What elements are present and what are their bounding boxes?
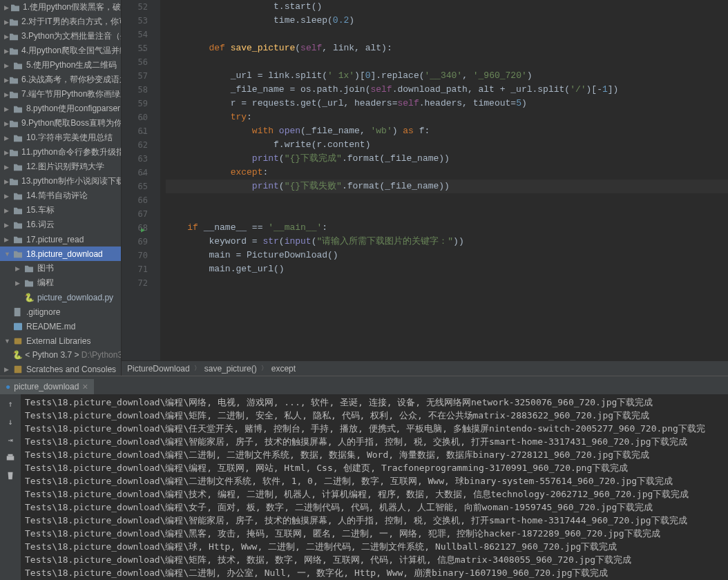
gutter-line[interactable]: 69 xyxy=(122,235,148,249)
clear-icon[interactable] xyxy=(5,470,16,481)
code-line[interactable]: with open(_file_name, 'wb') as f: xyxy=(166,124,728,138)
gutter-line[interactable]: 59 xyxy=(122,97,148,110)
code-line[interactable]: print("{}下载完成".format(_file_name)) xyxy=(166,152,728,166)
tree-item-9[interactable]: ▶10.字符串完美使用总结 xyxy=(0,130,121,145)
run-tab-label: picture_download xyxy=(14,382,79,392)
gutter-line[interactable]: 57 xyxy=(122,69,148,83)
breadcrumb[interactable]: PictureDownload 〉 save_picture() 〉 excep… xyxy=(122,360,728,376)
gutter-line[interactable]: 55− xyxy=(122,41,148,55)
gutter-line[interactable]: 67 xyxy=(122,207,148,221)
code-line[interactable]: try: xyxy=(166,110,728,124)
code-line[interactable] xyxy=(166,276,728,290)
tree-item-0[interactable]: ▶1.使用python假装黑客，破 xyxy=(0,0,121,14)
project-tree[interactable]: ▶1.使用python假装黑客，破▶2.对于IT男的表白方式，你可▶3.Pyth… xyxy=(0,0,122,376)
code-line[interactable] xyxy=(166,28,728,41)
gutter-line[interactable]: 72 xyxy=(122,276,148,290)
code-line[interactable] xyxy=(166,55,728,69)
code-line[interactable]: main = PictureDownload() xyxy=(166,249,728,262)
code-line[interactable]: keyword = str(input("请输入所需下载图片的关键字：")) xyxy=(166,235,728,249)
code-line[interactable] xyxy=(166,193,728,207)
gutter-line[interactable]: 54 xyxy=(122,28,148,41)
console-line: Tests\18.picture_download\编程\编程, 互联网, 网站… xyxy=(25,461,724,474)
tree-item-17[interactable]: ▼18.picture_download xyxy=(0,246,121,261)
gutter-line[interactable]: 63 xyxy=(122,152,148,166)
tree-item-5[interactable]: ▶6.决战高考，帮你秒变成语之 xyxy=(0,72,121,87)
tree-item-2[interactable]: ▶3.Python为文档批量注音（生 xyxy=(0,29,121,44)
print-icon[interactable] xyxy=(5,452,16,463)
gutter[interactable]: 52535455−5657585960−61−626364−65666768▶6… xyxy=(122,0,160,360)
code-line[interactable]: if __name__ == '__main__': xyxy=(166,221,728,235)
scroll-down-icon[interactable]: ↓ xyxy=(5,416,16,427)
gutter-line[interactable]: 66 xyxy=(122,193,148,207)
code-line[interactable]: r = requests.get(_url, headers=self.head… xyxy=(166,97,728,110)
run-panel: ● picture_download × ↑ ↓ ⇥ Tests\18.pict… xyxy=(0,376,728,580)
tree-item-11[interactable]: ▶12.图片识别野鸡大学 xyxy=(0,160,121,174)
scratches[interactable]: ▶ Scratches and Consoles xyxy=(0,362,121,376)
folder-icon xyxy=(9,119,19,128)
tree-item-8[interactable]: ▶9.Python爬取Boss直聘为你 xyxy=(0,116,121,130)
editor[interactable]: 52535455−5657585960−61−626364−65666768▶6… xyxy=(122,0,728,376)
tree-item-20[interactable]: 🐍picture_download.py xyxy=(0,290,121,304)
gutter-line[interactable]: 71 xyxy=(122,262,148,276)
code-line[interactable]: _file_name = os.path.join(self.download_… xyxy=(166,83,728,97)
gutter-line[interactable]: 64− xyxy=(122,166,148,180)
tree-item-3[interactable]: ▶4.用python爬取全国气温并绘 xyxy=(0,44,121,58)
gutter-line[interactable]: 68▶ xyxy=(122,221,148,235)
tree-item-14[interactable]: ▶15.车标 xyxy=(0,203,121,218)
gutter-line[interactable]: 58 xyxy=(122,83,148,97)
tree-item-6[interactable]: ▶7.端午节用Python教你画绿豆 xyxy=(0,87,121,102)
tree-item-4[interactable]: ▶5.使用Python生成二维码 xyxy=(0,58,121,72)
code-line[interactable]: _url = link.split(' 1x')[0].replace('__3… xyxy=(166,69,728,83)
gutter-line[interactable]: 52 xyxy=(122,0,148,14)
code-area[interactable]: t.start() time.sleep(0.2) def save_pictu… xyxy=(160,0,728,360)
code-line[interactable]: main.get_url() xyxy=(166,262,728,276)
code-line[interactable]: time.sleep(0.2) xyxy=(166,14,728,28)
tree-item-13[interactable]: ▶14.简书自动评论 xyxy=(0,188,121,203)
tree-item-22[interactable]: README.md xyxy=(0,319,121,334)
gutter-line[interactable]: 65 xyxy=(122,180,148,193)
svg-rect-5 xyxy=(8,454,13,456)
tree-item-label: picture_download.py xyxy=(37,293,113,302)
tree-item-12[interactable]: ▶13.python制作小说阅读下载 xyxy=(0,174,121,188)
tree-item-16[interactable]: ▶17.picture_read xyxy=(0,232,121,246)
folder-icon xyxy=(12,105,23,113)
soft-wrap-icon[interactable]: ⇥ xyxy=(5,434,16,445)
tree-item-15[interactable]: ▶16.词云 xyxy=(0,218,121,232)
code-line[interactable]: t.start() xyxy=(166,0,728,14)
gutter-line[interactable]: 56 xyxy=(122,55,148,69)
run-tab[interactable]: ● picture_download × xyxy=(0,379,94,394)
console-line: Tests\18.picture_download\编程\二进制, 二进制文件系… xyxy=(25,448,724,461)
tree-item-7[interactable]: ▶8.python使用configparser xyxy=(0,102,121,116)
console-line: Tests\18.picture_download\编程\任天堂开关, 赌博, … xyxy=(25,422,724,435)
folder-icon xyxy=(12,61,23,70)
console-line: Tests\18.picture_download\编程\网络, 电视, 游戏网… xyxy=(25,396,724,409)
code-line[interactable] xyxy=(166,207,728,221)
gutter-line[interactable]: 70 xyxy=(122,249,148,262)
gutter-line[interactable]: 60− xyxy=(122,110,148,124)
gutter-line[interactable]: 62 xyxy=(122,138,148,152)
scroll-up-icon[interactable]: ↑ xyxy=(5,398,16,409)
code-line[interactable]: print("{}下载失败".format(_file_name)) xyxy=(166,180,728,193)
python-icon: 🐍 xyxy=(23,293,35,302)
code-line[interactable]: def save_picture(self, link, alt): xyxy=(166,41,728,55)
external-libraries[interactable]: ▼ External Libraries xyxy=(0,334,121,348)
close-icon[interactable]: × xyxy=(82,381,88,392)
sdk-entry[interactable]: 🐍 < Python 3.7 > D:\Python3 xyxy=(0,348,121,362)
gutter-line[interactable]: 53 xyxy=(122,14,148,28)
tree-item-21[interactable]: .gitignore xyxy=(0,304,121,319)
tree-item-label: 编程 xyxy=(37,277,54,289)
folder-icon xyxy=(12,235,23,244)
breadcrumb-item[interactable]: PictureDownload xyxy=(127,364,190,374)
tree-item-10[interactable]: ▶11.python命令行参数升级指 xyxy=(0,145,121,160)
breadcrumb-item[interactable]: except xyxy=(271,364,296,374)
chevron-icon: ▶ xyxy=(4,48,9,55)
console-output[interactable]: Tests\18.picture_download\编程\网络, 电视, 游戏网… xyxy=(21,394,728,580)
console-line: Tests\18.picture_download\编程\二进制, 办公室, N… xyxy=(25,566,724,579)
tree-item-1[interactable]: ▶2.对于IT男的表白方式，你可 xyxy=(0,14,121,29)
gutter-line[interactable]: 61− xyxy=(122,124,148,138)
tree-item-19[interactable]: ▶编程 xyxy=(0,276,121,290)
code-line[interactable]: except: xyxy=(166,166,728,180)
tree-item-18[interactable]: ▶图书 xyxy=(0,261,121,276)
code-line[interactable]: f.write(r.content) xyxy=(166,138,728,152)
breadcrumb-item[interactable]: save_picture() xyxy=(204,364,257,374)
